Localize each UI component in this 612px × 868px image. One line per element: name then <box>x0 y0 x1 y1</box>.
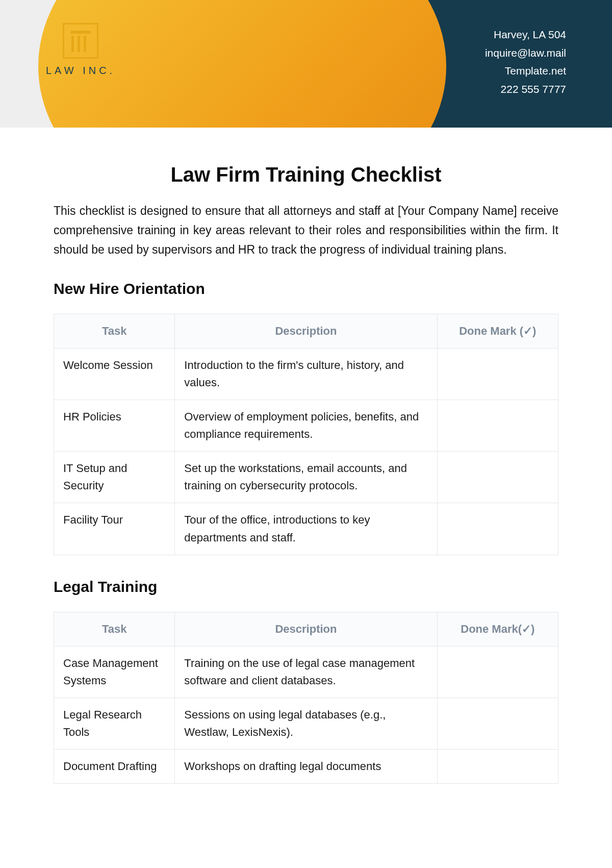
cell-task: Case Management Systems <box>54 646 175 698</box>
cell-description: Sessions on using legal databases (e.g.,… <box>175 698 437 749</box>
cell-done[interactable] <box>437 503 558 555</box>
page-title: Law Firm Training Checklist <box>54 163 558 186</box>
col-done-header: Done Mark (✓) <box>437 314 558 348</box>
cell-task: Facility Tour <box>54 503 175 555</box>
contact-block: Harvey, LA 504 inquire@law.mail Template… <box>485 26 566 98</box>
table-row: Legal Research Tools Sessions on using l… <box>54 698 558 749</box>
contact-email: inquire@law.mail <box>485 44 566 62</box>
cell-description: Tour of the office, introductions to key… <box>175 503 437 555</box>
table-row: Document Drafting Workshops on drafting … <box>54 750 558 784</box>
table-row: IT Setup and Security Set up the worksta… <box>54 452 558 503</box>
cell-done[interactable] <box>437 646 558 698</box>
contact-site: Template.net <box>485 62 566 80</box>
section-heading-orientation: New Hire Orientation <box>54 280 558 297</box>
header: LAW INC. Harvey, LA 504 inquire@law.mail… <box>0 0 612 128</box>
cell-task: HR Policies <box>54 400 175 452</box>
cell-task: Legal Research Tools <box>54 698 175 749</box>
cell-task: Document Drafting <box>54 750 175 784</box>
cell-description: Overview of employment policies, benefit… <box>175 400 437 452</box>
table-row: Facility Tour Tour of the office, introd… <box>54 503 558 555</box>
content: Law Firm Training Checklist This checkli… <box>0 128 612 784</box>
cell-done[interactable] <box>437 400 558 452</box>
cell-description: Training on the use of legal case manage… <box>175 646 437 698</box>
table-row: Welcome Session Introduction to the firm… <box>54 348 558 400</box>
contact-address: Harvey, LA 504 <box>485 26 566 44</box>
cell-done[interactable] <box>437 698 558 749</box>
table-row: Case Management Systems Training on the … <box>54 646 558 698</box>
cell-done[interactable] <box>437 750 558 784</box>
cell-done[interactable] <box>437 452 558 503</box>
pillar-icon <box>63 23 98 59</box>
cell-done[interactable] <box>437 348 558 400</box>
table-header-row: Task Description Done Mark (✓) <box>54 314 558 348</box>
col-task-header: Task <box>54 612 175 646</box>
intro-paragraph: This checklist is designed to ensure tha… <box>54 202 558 260</box>
col-done-header: Done Mark(✓) <box>437 612 558 646</box>
cell-task: IT Setup and Security <box>54 452 175 503</box>
table-header-row: Task Description Done Mark(✓) <box>54 612 558 646</box>
contact-phone: 222 555 7777 <box>485 80 566 98</box>
cell-description: Set up the workstations, email accounts,… <box>175 452 437 503</box>
table-legal: Task Description Done Mark(✓) Case Manag… <box>54 612 558 784</box>
logo-text: LAW INC. <box>46 65 115 77</box>
cell-description: Introduction to the firm's culture, hist… <box>175 348 437 400</box>
col-description-header: Description <box>175 314 437 348</box>
section-heading-legal: Legal Training <box>54 578 558 596</box>
col-task-header: Task <box>54 314 175 348</box>
table-row: HR Policies Overview of employment polic… <box>54 400 558 452</box>
col-description-header: Description <box>175 612 437 646</box>
cell-task: Welcome Session <box>54 348 175 400</box>
table-orientation: Task Description Done Mark (✓) Welcome S… <box>54 314 558 555</box>
logo-block: LAW INC. <box>46 23 115 77</box>
cell-description: Workshops on drafting legal documents <box>175 750 437 784</box>
